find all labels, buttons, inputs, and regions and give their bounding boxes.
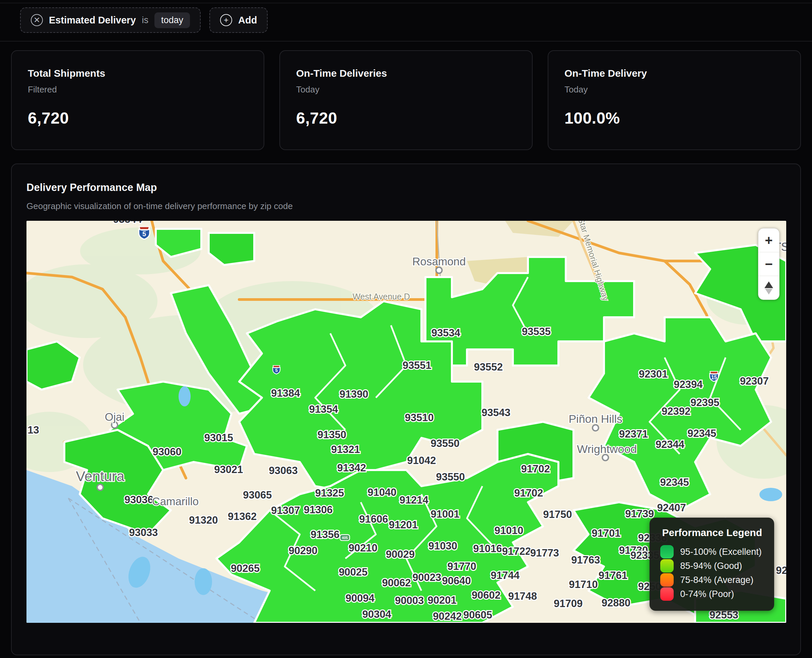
town-marker [436,267,442,273]
stat-subtitle: Today [565,85,784,95]
zip-label: 91010 [494,525,523,536]
stat-subtitle: Today [296,85,516,95]
zip-label: 90602 [472,589,501,601]
zip-label: 90640 [442,575,471,587]
map-card-title: Delivery Performance Map [27,182,785,194]
zip-label: 93510 [405,412,433,423]
performance-legend: Performance Legend 95-100% (Excellent)85… [649,518,774,611]
svg-text:15: 15 [711,374,717,380]
town-label: Wrightwood [577,443,637,455]
legend-item: 0-74% (Poor) [660,587,762,601]
town-label: Rosamond [412,255,466,268]
zip-label: 92394 [674,379,703,390]
map-zoom-control: + − [758,228,779,300]
zip-label: 93544 [113,221,142,225]
top-divider [0,3,812,3]
svg-text:405: 405 [342,536,348,540]
zip-label: 93534 [432,327,461,339]
zip-label: 92344 [656,439,685,450]
legend-swatch-icon [660,559,674,573]
stat-card-ontime-deliveries: On-Time Deliveries Today 6,720 [279,50,533,150]
zip-label: 91390 [340,388,368,400]
zoom-in-button[interactable]: + [759,229,779,252]
stat-subtitle: Filtered [28,85,247,95]
zip-label: 92371 [619,428,648,440]
interstate-shield: 15 [710,371,718,382]
stat-value: 6,720 [296,109,516,127]
stat-card-total-shipments: Total Shipments Filtered 6,720 [11,50,264,150]
zip-label: 91306 [304,504,333,515]
zip-label: 91770 [447,561,476,572]
zip-label: 93552 [474,361,503,373]
legend-item-label: 85-94% (Good) [681,561,742,571]
zip-label: 90003 [395,595,424,606]
zip-label: 93065 [243,489,272,501]
town-label: Ventura [76,468,125,484]
zip-label: 91750 [543,509,572,520]
remove-filter-icon[interactable]: ✕ [31,14,43,26]
bottom-edge [0,656,812,658]
legend-item-label: 0-74% (Poor) [681,589,734,599]
tilt-control[interactable] [759,276,779,299]
zip-label: 91722 [502,545,531,557]
tilt-up-icon [764,281,773,288]
zip-label: 90290 [288,545,317,556]
town-marker [97,484,103,490]
zip-label: 90062 [382,577,411,589]
zip-label: 92307 [740,375,769,387]
map-card-subtitle: Geographic visualization of on-time deli… [27,201,785,212]
stat-value: 6,720 [28,109,247,127]
add-filter-button[interactable]: + Add [210,7,268,33]
legend-item: 75-84% (Average) [660,573,762,587]
map-canvas[interactable]: 5515405 93544935349353593551935529230192… [27,221,786,623]
legend-swatch-icon [660,545,674,558]
legend-swatch-icon [660,587,674,601]
zip-label: 93021 [214,464,243,475]
zoom-out-button[interactable]: − [759,252,779,276]
zip-label: 91761 [599,570,627,581]
zip-label: 90094 [346,592,375,604]
zip-label: 93036 [125,494,153,506]
svg-text:5: 5 [275,368,278,373]
filter-chip-estimated-delivery[interactable]: ✕ Estimated Delivery is today [20,7,201,33]
plus-circle-icon: + [220,14,232,26]
interstate-shield: 5 [139,227,150,240]
zip-label: 93033 [129,527,158,538]
zip-label: 91710 [569,579,598,590]
zip-label: 90304 [362,608,391,620]
zip-label: 90242 [433,610,462,622]
legend-items: 95-100% (Excellent)85-94% (Good)75-84% (… [660,545,762,601]
zip-label: 90029 [386,548,415,560]
zip-label: 91702 [514,487,543,499]
zip-label: 91701 [591,527,620,539]
zip-label: 91214 [400,494,429,506]
zip-label: 91606 [359,513,388,525]
zip-label: 91040 [368,486,396,498]
zip-label: 93550 [431,437,460,449]
filter-value[interactable]: today [155,13,190,28]
zip-label: 92301 [639,368,668,380]
zip-label: 13 [27,424,39,436]
zip-label: 91016 [473,543,502,555]
town-marker [593,425,599,431]
zip-label: 91773 [530,547,559,559]
legend-item: 85-94% (Good) [660,559,762,573]
zip-label: 93543 [482,407,510,418]
zip-label: 91354 [309,403,338,415]
zip-label: 90265 [231,562,260,574]
zip-label: 91739 [625,508,654,520]
legend-swatch-icon [660,573,674,587]
legend-item: 95-100% (Excellent) [660,545,762,558]
zip-label: 91320 [189,514,218,526]
zip-label: 91342 [337,462,366,474]
zip-label: 91201 [389,519,418,531]
tilt-down-icon [765,289,773,295]
zip-label: 91763 [571,554,600,566]
filter-field: Estimated Delivery [49,15,136,26]
zip-label: 93060 [152,446,181,457]
header-divider [0,41,812,42]
zip-label: 92345 [660,476,689,488]
zip-label: 93535 [522,326,551,337]
zip-label: 91356 [311,529,340,540]
delivery-performance-map-card: Delivery Performance Map Geographic visu… [11,163,801,655]
